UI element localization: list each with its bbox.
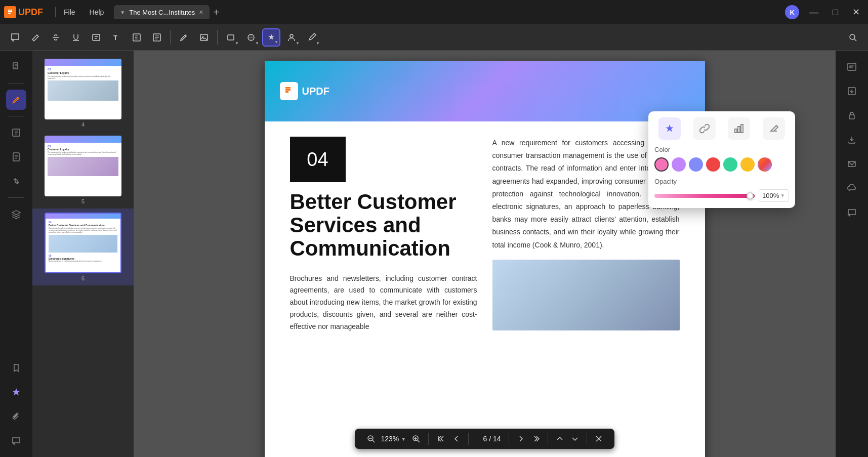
ai-star-tool[interactable]: ▼ — [262, 28, 280, 47]
image-tool[interactable] — [195, 28, 213, 47]
tab-arrow-icon: ▼ — [120, 10, 125, 15]
nav-divider-4 — [548, 433, 548, 445]
opacity-value-box: 100% ▼ — [759, 189, 789, 202]
sidebar-icon-annotate[interactable] — [6, 90, 26, 110]
sidebar-icon-chat[interactable] — [6, 431, 26, 451]
page-body: 04 Better Customer Services and Communic… — [265, 121, 705, 348]
comment-tool[interactable] — [6, 28, 24, 47]
sidebar-icon-attachment[interactable] — [6, 406, 26, 427]
thumbnail-page-5[interactable]: 03 Customer Loyalty The management of ba… — [32, 132, 134, 209]
text-tool[interactable]: T — [107, 28, 126, 47]
color-swatch-pink[interactable] — [654, 157, 669, 172]
svg-rect-15 — [735, 129, 737, 133]
thumb5-title: Customer Loyalty — [48, 148, 118, 151]
maximize-btn[interactable]: □ — [829, 5, 842, 20]
thumb5-text: The management of banks current banking … — [48, 151, 118, 155]
thumb6-chapter-title: Better Customer Services and Communicati… — [49, 224, 117, 227]
page-banner: UPDF — [265, 61, 705, 121]
sidebar-icon-bookmark[interactable] — [6, 358, 26, 378]
color-swatch-red[interactable] — [706, 157, 720, 172]
right-sidebar-import[interactable] — [842, 81, 862, 101]
ai-tab-row — [654, 117, 789, 140]
sidebar-icon-layers[interactable] — [6, 204, 26, 224]
nav-expand-up[interactable] — [552, 433, 567, 444]
right-sidebar-lock[interactable] — [842, 105, 862, 126]
thumb-label-6: 6 — [81, 275, 85, 281]
active-tab[interactable]: ▼ The Most C...Institutes × — [114, 5, 209, 19]
right-sidebar — [836, 51, 868, 457]
color-swatch-indigo[interactable] — [689, 157, 703, 172]
right-sidebar-export[interactable] — [842, 130, 862, 150]
color-label: Color — [654, 146, 789, 153]
color-tool[interactable]: ▼ — [242, 28, 260, 47]
menu-file[interactable]: File — [60, 6, 79, 18]
sidebar-icon-edit[interactable] — [6, 122, 26, 143]
text-comment-tool[interactable] — [87, 28, 105, 47]
search-tool[interactable] — [844, 28, 862, 47]
thumb6-content: 04 Better Customer Services and Communic… — [46, 219, 120, 264]
text-edit-tool[interactable] — [128, 28, 146, 47]
page-prev-btn[interactable] — [449, 433, 464, 444]
opacity-slider[interactable] — [654, 194, 755, 198]
chapter-number: 04 — [307, 149, 328, 171]
sidebar-icon-extract[interactable] — [6, 147, 26, 167]
nav-close-btn[interactable] — [591, 433, 606, 444]
color-swatch-purple[interactable] — [672, 157, 686, 172]
tab-close-btn[interactable]: × — [199, 8, 203, 16]
color-swatch-multi[interactable] — [758, 157, 772, 172]
thumb5-image — [48, 157, 118, 176]
right-sidebar-ocr[interactable] — [842, 57, 862, 77]
svg-text:T: T — [113, 34, 117, 41]
page-image — [492, 260, 680, 330]
rectangle-tool[interactable]: ▼ — [222, 28, 240, 47]
menu-help[interactable]: Help — [86, 6, 108, 18]
underline-tool[interactable] — [67, 28, 85, 47]
minimize-btn[interactable]: — — [805, 5, 822, 20]
pen-tool[interactable]: ▼ — [303, 28, 321, 47]
opacity-chevron-down[interactable]: ▼ — [780, 193, 785, 198]
nav-expand-down[interactable] — [567, 433, 583, 444]
svg-point-9 — [290, 34, 293, 37]
page-next-btn[interactable] — [513, 433, 528, 444]
page-total: 14 — [493, 435, 501, 443]
user-avatar[interactable]: K — [785, 5, 799, 19]
right-sidebar-email[interactable] — [842, 154, 862, 174]
thumb-card-4: 03 Customer Loyalty The management of ba… — [45, 59, 121, 119]
title-line-2: Services and — [290, 213, 421, 237]
right-sidebar-storage[interactable] — [842, 178, 862, 198]
opacity-thumb[interactable] — [747, 192, 754, 199]
banner-logo: UPDF — [280, 82, 329, 100]
strikethrough-tool[interactable] — [47, 28, 65, 47]
ai-tab-eraser[interactable] — [763, 117, 785, 140]
page-last-btn[interactable] — [528, 433, 544, 444]
zoom-in-btn[interactable] — [408, 433, 424, 445]
window-controls: K — □ ✕ — [785, 5, 864, 20]
zoom-chevron[interactable]: ▼ — [401, 436, 406, 442]
sidebar-icon-ai[interactable] — [6, 382, 26, 402]
page-current-input[interactable] — [477, 435, 487, 443]
ai-tab-star[interactable] — [658, 117, 681, 140]
sidebar-icon-pages[interactable] — [6, 57, 26, 77]
color-swatch-yellow[interactable] — [740, 157, 755, 172]
draw-tool[interactable] — [175, 28, 193, 47]
page-first-btn[interactable] — [433, 433, 449, 445]
color-swatch-teal[interactable] — [723, 157, 737, 172]
sidebar-bottom — [6, 358, 26, 451]
sidebar-icon-convert[interactable] — [6, 171, 26, 191]
ai-tab-chart[interactable] — [728, 117, 750, 140]
close-btn[interactable]: ✕ — [848, 5, 864, 20]
note-tool[interactable] — [148, 28, 166, 47]
right-sidebar-chat[interactable] — [842, 202, 862, 223]
sidebar-sep-2 — [8, 116, 24, 116]
thumbnail-page-6[interactable]: 04 Better Customer Services and Communic… — [32, 209, 134, 285]
sidebar-sep-3 — [8, 197, 24, 198]
new-tab-btn[interactable]: + — [214, 7, 220, 18]
nav-divider-2 — [468, 433, 469, 445]
zoom-out-btn[interactable] — [363, 433, 379, 445]
thumb-label-5: 5 — [81, 198, 85, 204]
highlight-tool[interactable] — [26, 28, 45, 47]
thumb4-header — [45, 59, 121, 66]
ai-tab-link[interactable] — [693, 117, 716, 140]
thumbnail-page-4[interactable]: 03 Customer Loyalty The management of ba… — [32, 55, 134, 132]
person-tool[interactable]: ▼ — [282, 28, 301, 47]
